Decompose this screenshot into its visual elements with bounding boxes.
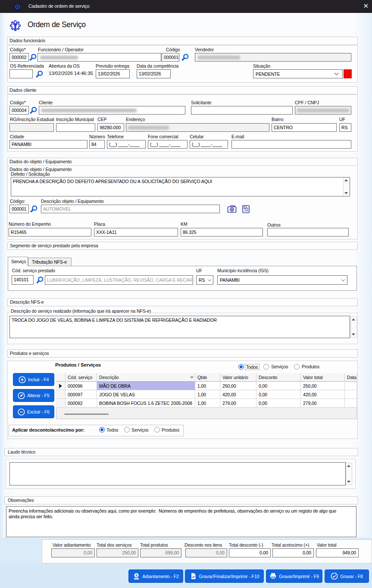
svg-text:$: $ [135,573,138,577]
